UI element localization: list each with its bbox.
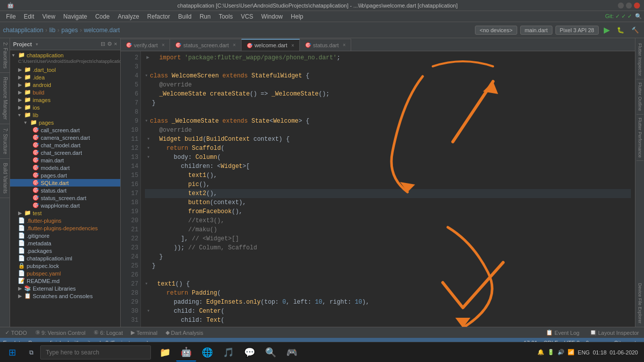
menu-tools[interactable]: Tools bbox=[215, 12, 237, 21]
list-item[interactable]: 🎯status_screen.dart bbox=[10, 194, 120, 202]
list-item[interactable]: ▶📁android bbox=[10, 81, 120, 88]
tab-close-welcome[interactable]: × bbox=[291, 43, 294, 48]
list-item[interactable]: 📄.flutter-plugins-dependencies bbox=[10, 224, 120, 232]
list-item[interactable]: 🎯camera_screen.dart bbox=[10, 134, 120, 141]
menu-navigate[interactable]: Navigate bbox=[59, 12, 91, 21]
run-config[interactable]: main.dart bbox=[520, 26, 552, 35]
tab-status[interactable]: 🎯 status.dart × bbox=[300, 39, 351, 51]
tool-event-log[interactable]: 📋 Event Log bbox=[544, 328, 582, 337]
tab-resource-manager[interactable]: Resource Manager bbox=[0, 73, 10, 124]
list-item[interactable]: ▾📁lib bbox=[10, 111, 120, 119]
list-item[interactable]: ▶📁build bbox=[10, 88, 120, 96]
app-menu[interactable]: 🤖 bbox=[4, 1, 17, 10]
tab-build-variants[interactable]: Build Variants bbox=[0, 159, 10, 198]
list-item[interactable]: 📄.metadata bbox=[10, 239, 120, 247]
list-item[interactable]: 🎯chat_screen.dart bbox=[10, 149, 120, 156]
menu-edit[interactable]: Edit bbox=[20, 12, 38, 21]
window-controls[interactable] bbox=[618, 3, 640, 9]
tab-verify[interactable]: 🎯 verify.dart × bbox=[121, 39, 170, 51]
list-item[interactable]: 🎯models.dart bbox=[10, 164, 120, 171]
tab-flutter-performance[interactable]: Flutter Performance bbox=[636, 115, 643, 161]
menu-refactor[interactable]: Refactor bbox=[143, 12, 174, 21]
breadcrumb-pages[interactable]: pages bbox=[61, 27, 78, 34]
music-icon[interactable]: 🎵 bbox=[218, 343, 238, 361]
list-item[interactable]: 🎯pages.dart bbox=[10, 171, 120, 179]
list-item[interactable]: 🎯SQLite.dart bbox=[10, 179, 120, 187]
tool-terminal[interactable]: ▶ Terminal bbox=[129, 328, 159, 337]
breadcrumb-lib[interactable]: lib bbox=[49, 27, 55, 34]
list-item[interactable]: ▶📁.idea bbox=[10, 73, 120, 81]
debug-button[interactable]: 🐛 bbox=[615, 26, 626, 35]
code-content[interactable]: ▶ import 'package:flutter_wapp/pages/pho… bbox=[141, 51, 635, 327]
list-item[interactable]: 🎯status.dart bbox=[10, 187, 120, 194]
menu-run[interactable]: Run bbox=[196, 12, 215, 21]
menu-analyze[interactable]: Analyze bbox=[114, 12, 143, 21]
android-studio-icon[interactable]: 🤖 bbox=[176, 343, 196, 361]
tree-root[interactable]: ▾ 📁 chatapplication bbox=[10, 51, 120, 59]
list-item[interactable]: ▶📁ios bbox=[10, 104, 120, 111]
list-item[interactable]: 🔒pubspec.lock bbox=[10, 262, 120, 269]
panel-actions[interactable]: ⊟ ⚙ × bbox=[101, 41, 117, 47]
scratches-consoles[interactable]: ▶📋Scratches and Consoles bbox=[10, 292, 120, 300]
code-line: //text3(), bbox=[145, 216, 631, 225]
maximize-btn[interactable] bbox=[626, 3, 632, 9]
run-button[interactable]: ▶ bbox=[602, 24, 612, 36]
list-item[interactable]: 📄.packages bbox=[10, 247, 120, 254]
taskbar-search[interactable] bbox=[40, 345, 151, 359]
list-item[interactable]: 🎯call_screen.dart bbox=[10, 126, 120, 134]
menu-window[interactable]: Window bbox=[257, 12, 287, 21]
menu-help[interactable]: Help bbox=[287, 12, 307, 21]
menu-vcs[interactable]: VCS bbox=[237, 12, 258, 21]
task-view-btn[interactable]: ⧉ bbox=[22, 343, 40, 361]
tab-status-screen[interactable]: 🎯 status_screen.dart × bbox=[170, 39, 241, 51]
whatsapp-icon[interactable]: 💬 bbox=[239, 343, 260, 361]
tab-close-status-screen[interactable]: × bbox=[233, 42, 236, 48]
list-item[interactable]: ▶📚External Libraries bbox=[10, 285, 120, 292]
start-button[interactable]: ⊞ bbox=[2, 343, 22, 361]
chrome-icon[interactable]: 🌐 bbox=[197, 343, 217, 361]
breadcrumb-project[interactable]: chatapplication bbox=[3, 27, 43, 34]
list-item[interactable]: 📄chatapplication.iml bbox=[10, 254, 120, 262]
tab-welcome[interactable]: 🎯 welcome.dart × bbox=[242, 39, 300, 51]
search-icon-taskbar[interactable]: 🔍 bbox=[261, 343, 281, 361]
emulator-selector[interactable]: Pixel 3 API 28 bbox=[555, 26, 599, 35]
tool-logcat[interactable]: ⑥ 6: Logcat bbox=[92, 328, 125, 337]
list-item[interactable]: ▶📁images bbox=[10, 96, 120, 104]
breadcrumb-file[interactable]: welcome.dart bbox=[84, 27, 120, 34]
list-item[interactable]: ▶📁.dart_tool bbox=[10, 66, 120, 73]
list-item[interactable]: 📄.gitignore bbox=[10, 232, 120, 239]
list-item[interactable]: 📄pubspec.yaml bbox=[10, 269, 120, 277]
tab-close-verify[interactable]: × bbox=[162, 42, 165, 48]
tool-layout-inspector[interactable]: 🔲 Layout Inspector bbox=[588, 328, 641, 337]
list-item[interactable]: 🎯main.dart bbox=[10, 156, 120, 164]
close-btn[interactable] bbox=[634, 3, 640, 9]
minimize-btn[interactable] bbox=[618, 3, 624, 9]
tool-version-control[interactable]: ⑨ 9: Version Control bbox=[33, 328, 88, 337]
menu-view[interactable]: View bbox=[38, 12, 59, 21]
file-explorer-icon[interactable]: 📁 bbox=[155, 343, 175, 361]
menu-file[interactable]: File bbox=[2, 12, 20, 21]
list-item[interactable]: 📝README.md bbox=[10, 277, 120, 285]
settings-icon[interactable]: ⚙ bbox=[107, 41, 112, 47]
collapse-all-icon[interactable]: ⊟ bbox=[101, 41, 105, 47]
tool-dart-analysis[interactable]: ◆ Dart Analysis bbox=[164, 328, 205, 337]
list-item[interactable]: ▾📁pages bbox=[10, 119, 120, 126]
device-selector[interactable]: <no devices> bbox=[475, 26, 517, 35]
list-item[interactable]: 🎯wappHome.dart bbox=[10, 202, 120, 209]
tab-structure[interactable]: 7: Structure bbox=[0, 124, 10, 159]
list-item[interactable]: ▶📁test bbox=[10, 209, 120, 217]
menu-code[interactable]: Code bbox=[91, 12, 114, 21]
build-button[interactable]: 🔨 bbox=[629, 26, 641, 35]
list-item[interactable]: 🎯chat_model.dart bbox=[10, 141, 120, 149]
tab-flutter-outline[interactable]: Flutter Outline bbox=[636, 79, 643, 115]
device-file-explorer[interactable]: Device File Explorer bbox=[636, 280, 643, 327]
tool-todo[interactable]: ✓ TODO bbox=[3, 328, 29, 337]
close-panel-icon[interactable]: × bbox=[114, 41, 117, 47]
tab-favorites[interactable]: 2: Favorites bbox=[0, 38, 10, 73]
list-item[interactable]: 📄.flutter-plugins bbox=[10, 217, 120, 224]
menu-build[interactable]: Build bbox=[174, 12, 196, 21]
search-icon[interactable]: 🔍 bbox=[635, 13, 642, 20]
tab-close-status[interactable]: × bbox=[343, 42, 346, 48]
app-icon-6[interactable]: 🎮 bbox=[282, 343, 302, 361]
tab-flutter-inspector[interactable]: Flutter Inspector bbox=[636, 40, 643, 79]
